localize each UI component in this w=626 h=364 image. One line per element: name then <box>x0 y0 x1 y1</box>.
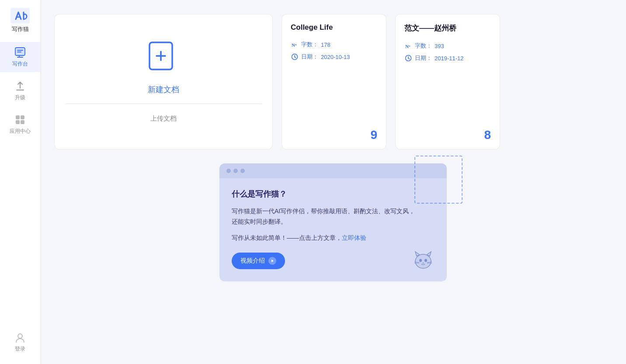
info-panel-wrapper: 什么是写作猫？ 写作猫是新一代AI写作伴侣，帮你推敲用语、斟酌文法、改写文风， … <box>54 163 612 281</box>
sidebar-item-writing-desk[interactable]: 写作台 <box>0 42 40 72</box>
svg-point-7 <box>18 334 22 338</box>
titlebar-dot-3 <box>240 169 245 173</box>
doc-meta-1: N o 字数： 393 日期： 2019-11-12 <box>404 42 491 121</box>
doc-date-row-1: 日期： 2019-11-12 <box>404 54 491 62</box>
upload-label[interactable]: 上传文档 <box>150 113 177 123</box>
info-panel-desc1: 写作猫是新一代AI写作伴侣，帮你推敲用语、斟酌文法、改写文风， <box>232 208 415 215</box>
doc-wordcount-row-1: N o 字数： 393 <box>404 42 491 50</box>
app-center-icon <box>14 114 26 126</box>
app-logo: 写作猫 <box>7 7 33 33</box>
video-btn-label: 视频介绍 <box>240 257 265 265</box>
new-doc-icon <box>146 41 181 76</box>
sidebar-item-app-center[interactable]: 应用中心 <box>0 109 40 139</box>
svg-rect-1 <box>15 48 25 55</box>
login-icon <box>14 331 26 343</box>
wordcount-label-0: 字数： <box>301 41 318 49</box>
doc-title-0: College Life <box>291 23 377 32</box>
svg-point-17 <box>415 254 431 268</box>
wordcount-value-0: 178 <box>321 42 330 48</box>
sidebar-item-login-label: 登录 <box>15 345 25 353</box>
doc-date-row-0: 日期： 2020-10-13 <box>291 53 377 61</box>
sidebar-item-login[interactable]: 登录 <box>0 327 40 357</box>
cta-text: 写作从未如此简单！——点击上方文章， <box>232 234 342 241</box>
cat-mascot <box>412 248 435 271</box>
svg-rect-6 <box>21 120 24 124</box>
date-value-1: 2019-11-12 <box>435 55 464 62</box>
sidebar-item-app-center-label: 应用中心 <box>10 128 31 135</box>
titlebar-dot-1 <box>226 169 231 173</box>
info-panel: 什么是写作猫？ 写作猫是新一代AI写作伴侣，帮你推敲用语、斟酌文法、改写文风， … <box>219 163 447 281</box>
main-content: 新建文档 上传文档 College Life N o 字数： 178 <box>40 0 626 364</box>
info-panel-titlebar <box>219 163 447 178</box>
date-icon-0 <box>291 53 299 61</box>
writing-desk-icon <box>14 46 26 59</box>
play-icon <box>268 257 276 265</box>
sidebar-item-upgrade[interactable]: 升级 <box>0 76 40 106</box>
info-panel-body: 什么是写作猫？ 写作猫是新一代AI写作伴侣，帮你推敲用语、斟酌文法、改写文风， … <box>219 178 447 281</box>
wordcount-icon-0: N o <box>291 41 299 49</box>
new-doc-card[interactable]: 新建文档 上传文档 <box>54 14 273 149</box>
svg-point-19 <box>424 259 427 262</box>
svg-text:N: N <box>292 42 295 48</box>
wordcount-icon-1: N o <box>404 42 412 50</box>
cards-row: 新建文档 上传文档 College Life N o 字数： 178 <box>54 14 612 149</box>
date-label-1: 日期： <box>415 54 432 62</box>
info-panel-desc2: 还能实时同步翻译。 <box>232 218 287 225</box>
svg-point-18 <box>419 259 422 262</box>
cta-link[interactable]: 立即体验 <box>342 234 366 241</box>
doc-title-1: 范文——赵州桥 <box>404 23 491 33</box>
svg-rect-4 <box>21 115 24 119</box>
doc-meta-0: N o 字数： 178 日期： 2020-10-13 <box>291 41 377 121</box>
wordcount-value-1: 393 <box>435 43 444 49</box>
titlebar-dot-2 <box>233 169 238 173</box>
date-label-0: 日期： <box>301 53 318 61</box>
date-value-0: 2020-10-13 <box>321 54 350 60</box>
svg-text:o: o <box>409 44 410 48</box>
sidebar-nav: 写作台 升级 应用中心 <box>0 42 40 357</box>
doc-card-1[interactable]: 范文——赵州桥 N o 字数： 393 <box>395 14 500 149</box>
info-panel-cta: 写作从未如此简单！——点击上方文章，立即体验 <box>232 234 435 242</box>
info-panel-title: 什么是写作猫？ <box>232 189 435 199</box>
video-btn[interactable]: 视频介绍 <box>232 253 285 269</box>
upgrade-icon <box>14 80 26 92</box>
doc-count-0: 9 <box>291 121 377 142</box>
svg-rect-5 <box>16 120 20 124</box>
new-doc-divider <box>65 104 262 104</box>
svg-text:o: o <box>295 43 297 46</box>
new-doc-label: 新建文档 <box>148 84 179 95</box>
info-panel-desc: 写作猫是新一代AI写作伴侣，帮你推敲用语、斟酌文法、改写文风， 还能实时同步翻译… <box>232 206 435 227</box>
wordcount-label-1: 字数： <box>415 42 432 50</box>
doc-count-1: 8 <box>404 121 491 142</box>
svg-text:N: N <box>405 44 409 49</box>
svg-point-20 <box>422 262 424 263</box>
sidebar-item-writing-desk-label: 写作台 <box>12 60 28 68</box>
date-icon-1 <box>404 54 412 62</box>
svg-rect-3 <box>16 115 20 119</box>
sidebar-item-upgrade-label: 升级 <box>15 94 25 101</box>
logo-text: 写作猫 <box>12 25 29 33</box>
doc-card-0[interactable]: College Life N o 字数： 178 <box>282 14 386 149</box>
sidebar: 写作猫 写作台 <box>0 0 40 364</box>
doc-wordcount-row-0: N o 字数： 178 <box>291 41 377 49</box>
